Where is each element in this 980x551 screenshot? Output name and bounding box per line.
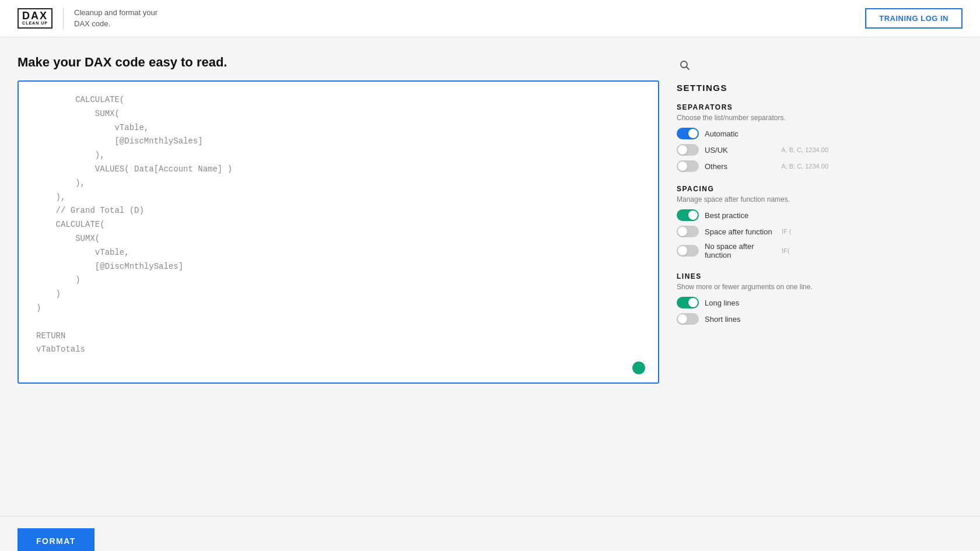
spacing-bestpractice-toggle[interactable] [677, 209, 699, 221]
separators-desc: Choose the list/number separators. [677, 114, 828, 122]
separator-usuk-row: US/UK A, B, C, 1234.00 [677, 144, 828, 156]
spacing-spaceafter-row: Space after function IF ( [677, 226, 828, 237]
spacing-nospace-label: No space after function [705, 242, 776, 259]
code-editor[interactable]: CALCULATE( SUMX( vTable, [@DiscMnthlySal… [19, 82, 658, 382]
lines-desc: Show more or fewer arguments on one line… [677, 283, 828, 291]
header-divider [63, 8, 64, 29]
spacing-desc: Manage space after function names. [677, 195, 828, 203]
separator-usuk-toggle[interactable] [677, 144, 699, 156]
separator-automatic-label: Automatic [705, 129, 776, 138]
lines-long-row: Long lines [677, 297, 828, 308]
logo-dax: DAX [22, 10, 48, 21]
spacing-section: SPACING Manage space after function name… [677, 185, 828, 259]
spacing-title: SPACING [677, 185, 828, 193]
header: DAX CLEAN UP Cleanup and format your DAX… [0, 0, 980, 37]
lines-long-toggle[interactable] [677, 297, 699, 308]
footer-bar: FORMAT [0, 516, 980, 551]
search-row [677, 55, 828, 73]
separator-automatic-toggle[interactable] [677, 128, 699, 139]
separator-usuk-hint: A, B, C, 1234.00 [781, 146, 828, 153]
spacing-spaceafter-hint: IF ( [782, 228, 828, 235]
logo-cleanup: CLEAN UP [22, 21, 48, 26]
lines-long-label: Long lines [705, 299, 776, 307]
lines-short-row: Short lines [677, 313, 828, 325]
header-left: DAX CLEAN UP Cleanup and format your DAX… [18, 8, 162, 29]
spacing-spaceafter-label: Space after function [705, 227, 776, 236]
status-dot [632, 362, 645, 374]
settings-panel: SETTINGS SEPARATORS Choose the list/numb… [677, 55, 828, 504]
code-editor-wrapper: CALCULATE( SUMX( vTable, [@DiscMnthlySal… [18, 80, 659, 384]
svg-line-1 [687, 67, 690, 70]
spacing-bestpractice-row: Best practice [677, 209, 828, 221]
format-button[interactable]: FORMAT [18, 528, 94, 551]
lines-short-toggle[interactable] [677, 313, 699, 325]
spacing-nospace-hint: IF( [782, 247, 828, 254]
separator-usuk-label: US/UK [705, 146, 775, 155]
separator-automatic-row: Automatic [677, 128, 828, 139]
separator-others-hint: A; B; C, 1234.00 [781, 163, 828, 170]
settings-title: SETTINGS [677, 83, 828, 93]
separators-section: SEPARATORS Choose the list/number separa… [677, 103, 828, 172]
header-tagline: Cleanup and format your DAX code. [74, 8, 162, 29]
separator-others-toggle[interactable] [677, 160, 699, 172]
spacing-nospace-row: No space after function IF( [677, 242, 828, 259]
spacing-nospace-toggle[interactable] [677, 245, 699, 257]
page-title: Make your DAX code easy to read. [18, 55, 659, 70]
main-container: Make your DAX code easy to read. CALCULA… [0, 37, 980, 504]
lines-section: LINES Show more or fewer arguments on on… [677, 272, 828, 325]
spacing-bestpractice-label: Best practice [705, 211, 776, 220]
spacing-spaceafter-toggle[interactable] [677, 226, 699, 237]
training-login-button[interactable]: TRAINING LOG IN [865, 8, 963, 29]
separators-title: SEPARATORS [677, 103, 828, 111]
logo: DAX CLEAN UP [18, 8, 52, 28]
editor-area: Make your DAX code easy to read. CALCULA… [18, 55, 659, 504]
lines-title: LINES [677, 272, 828, 280]
separator-others-label: Others [705, 162, 775, 171]
separator-others-row: Others A; B; C, 1234.00 [677, 160, 828, 172]
lines-short-label: Short lines [705, 315, 776, 324]
search-button[interactable] [677, 57, 693, 73]
